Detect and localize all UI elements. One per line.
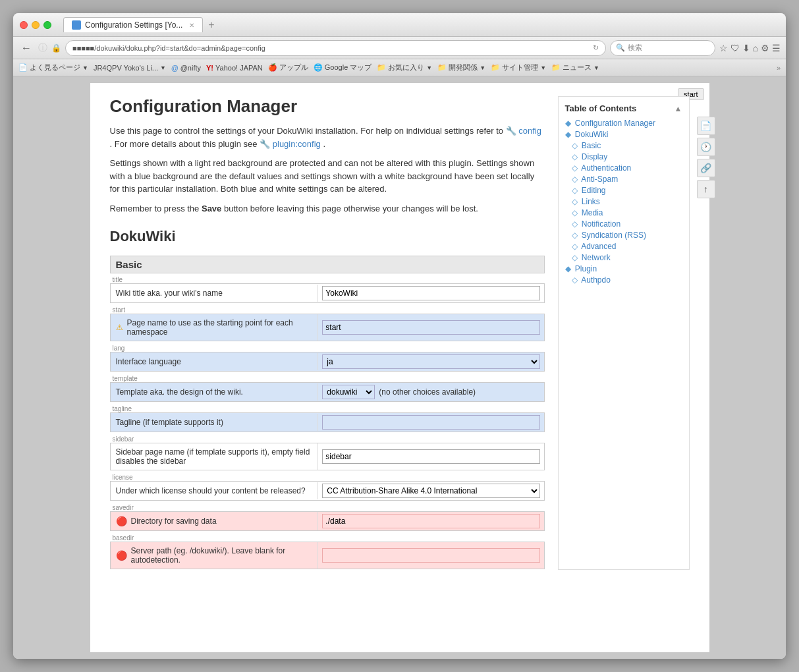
lang-select[interactable]: ja <box>322 354 539 369</box>
menu-icon[interactable]: ☰ <box>772 43 781 53</box>
toc-link-dokuwiki[interactable]: ◆ DokuWiki <box>565 130 609 139</box>
tab-favicon <box>72 20 81 30</box>
more-icon[interactable]: » <box>777 64 781 72</box>
sidebar-input[interactable] <box>322 449 539 464</box>
field-value <box>318 284 543 302</box>
remember-text: Remember to press the Save button before… <box>110 202 545 215</box>
bookmark-item[interactable]: 📁 ニュース ▼ <box>551 63 599 72</box>
search-bar[interactable]: 🔍 検索 <box>610 40 715 56</box>
toc-item: ◇ Network <box>565 253 682 262</box>
address-bar[interactable]: ■■■■■/dokuwiki/doku.php?id=start&do=admi… <box>65 40 606 56</box>
toc-link-authpdo[interactable]: ◇ Authpdo <box>572 275 611 285</box>
toc-bullet: ◇ <box>572 197 578 206</box>
field-id-label: tagline <box>110 403 545 412</box>
field-id-label: savedir <box>110 501 545 511</box>
toc-link-links[interactable]: ◇ Links <box>572 197 600 206</box>
bookmark-icon: 📄 <box>18 63 28 72</box>
toc-item: ◇ Links <box>565 197 682 206</box>
bookmark-item[interactable]: 📁 開発関係 ▼ <box>437 63 485 72</box>
bookmark-item[interactable]: 📄 よく見るページ ▼ <box>18 63 88 72</box>
toc-link-antispam[interactable]: ◇ Anti-Spam <box>572 175 619 184</box>
back-button[interactable]: ← <box>18 41 34 55</box>
bookmark-label: ニュース <box>563 63 592 72</box>
toc-link-authentication[interactable]: ◇ Authentication <box>572 163 632 173</box>
toc-bullet: ◇ <box>572 253 578 262</box>
bookmark-item[interactable]: 🍎 アップル <box>268 63 308 72</box>
apple-icon: 🍎 <box>268 63 277 72</box>
title-input[interactable] <box>322 286 539 300</box>
bookmark-item[interactable]: Y! Yahoo! JAPAN <box>206 64 263 72</box>
toc-link-configuration-manager[interactable]: ◆ Configuration Manager <box>565 119 655 128</box>
nav-icons: ☆ 🛡 ⬇ ⌂ ⚙ ☰ <box>719 43 781 53</box>
field-description: Tagline (if template supports it) <box>111 414 319 431</box>
field-description: Under which license should your content … <box>111 482 319 499</box>
minimize-button[interactable] <box>32 21 40 29</box>
browser-window: Configuration Settings [Yo... ✕ + ← ⓘ 🔒 … <box>13 13 786 659</box>
error-icon: 🔴 <box>116 550 127 561</box>
new-tab-button[interactable]: + <box>204 19 218 31</box>
search-placeholder: 検索 <box>628 43 642 53</box>
toc-link-network[interactable]: ◇ Network <box>572 253 611 262</box>
description-paragraph: Use this page to control the settings of… <box>110 125 545 150</box>
template-select[interactable]: dokuwiki <box>322 385 375 399</box>
bookmark-item[interactable]: 📁 お気に入り ▼ <box>377 63 432 72</box>
config-link[interactable]: 🔧 config <box>506 126 541 136</box>
toc-link-syndication[interactable]: ◇ Syndication (RSS) <box>572 231 646 240</box>
tagline-input[interactable] <box>322 415 539 430</box>
toc-link-notification[interactable]: ◇ Notification <box>572 219 621 229</box>
home-icon[interactable]: ⌂ <box>753 43 758 53</box>
reload-button[interactable]: ↻ <box>593 43 599 52</box>
active-tab[interactable]: Configuration Settings [Yo... ✕ <box>63 17 203 32</box>
nav-bar: ← ⓘ 🔒 ■■■■■/dokuwiki/doku.php?id=start&d… <box>13 37 786 59</box>
maximize-button[interactable] <box>43 21 51 29</box>
field-value: dokuwiki (no other choices available) <box>318 383 543 401</box>
field-value <box>318 318 543 337</box>
bookmark-item[interactable]: 🌐 Google マップ <box>314 63 372 72</box>
bookmark-item[interactable]: 📁 サイト管理 ▼ <box>491 63 546 72</box>
close-button[interactable] <box>20 21 28 29</box>
history-tool-button[interactable]: 🕐 <box>697 138 715 156</box>
description-text1: Use this page to control the settings of… <box>110 126 504 136</box>
security-icon: 🔒 <box>51 43 61 53</box>
start-input[interactable] <box>322 320 539 335</box>
right-tools: 📄 🕐 🔗 ↑ <box>697 117 715 198</box>
tab-close-button[interactable]: ✕ <box>189 22 194 29</box>
toc-link-advanced[interactable]: ◇ Advanced <box>572 242 617 251</box>
toc-title: Table of Contents ▲ <box>565 103 682 113</box>
link-tool-button[interactable]: 🔗 <box>697 159 715 177</box>
download-icon[interactable]: ⬇ <box>742 43 750 53</box>
yahoo-icon: Y! <box>206 64 213 72</box>
bookmark-item[interactable]: JR4QPV Yoko's Li... ▼ <box>94 64 166 72</box>
license-select[interactable]: CC Attribution-Share Alike 4.0 Internati… <box>322 484 539 498</box>
toc-link-basic[interactable]: ◇ Basic <box>572 141 601 150</box>
bookmark-item[interactable]: @ @nifty <box>171 64 201 72</box>
url-text: ■■■■■/dokuwiki/doku.php?id=start&do=admi… <box>72 44 590 52</box>
nifty-icon: @ <box>171 64 179 72</box>
field-description: Template aka. the design of the wiki. <box>111 383 319 401</box>
star-icon[interactable]: ☆ <box>719 43 728 53</box>
toc-item: ◇ Authpdo <box>565 275 682 285</box>
plugin-link[interactable]: 🔧 plugin:config <box>260 139 323 149</box>
config-row-wrapper: sidebar Sidebar page name (if template s… <box>110 433 545 470</box>
toc-link-editing[interactable]: ◇ Editing <box>572 186 606 195</box>
toc-link-media[interactable]: ◇ Media <box>572 208 603 217</box>
config-row-savedir: 🔴 Directory for saving data <box>110 511 545 531</box>
savedir-input[interactable] <box>322 514 539 528</box>
toc-link-plugin[interactable]: ◆ Plugin <box>565 264 597 273</box>
dokuwiki-title: DokuWiki <box>110 228 545 245</box>
shield-icon[interactable]: 🛡 <box>730 43 740 53</box>
config-row-template: Template aka. the design of the wiki. do… <box>110 382 545 402</box>
edit-tool-button[interactable]: 📄 <box>697 117 715 135</box>
settings-icon[interactable]: ⚙ <box>761 43 769 53</box>
title-bar: Configuration Settings [Yo... ✕ + <box>13 13 786 37</box>
config-row-title: Wiki title aka. your wiki's name <box>110 283 545 303</box>
config-row-sidebar: Sidebar page name (if template supports … <box>110 443 545 470</box>
config-row-wrapper: start ⚠ Page name to use as the starting… <box>110 304 545 341</box>
bookmarks-bar: 📄 よく見るページ ▼ JR4QPV Yoko's Li... ▼ @ @nif… <box>13 59 786 76</box>
toc-toggle-button[interactable]: ▲ <box>675 104 682 113</box>
up-tool-button[interactable]: ↑ <box>697 180 715 198</box>
toc-link-display[interactable]: ◇ Display <box>572 152 608 161</box>
folder-icon: 📁 <box>551 63 561 72</box>
traffic-lights <box>20 21 51 29</box>
basedir-input[interactable] <box>322 548 539 563</box>
